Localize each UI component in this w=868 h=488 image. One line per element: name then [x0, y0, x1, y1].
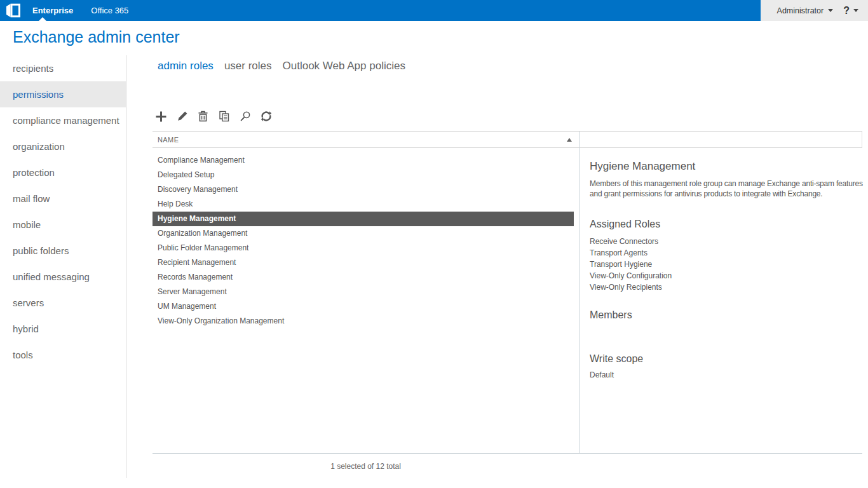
- assigned-roles-list: Receive Connectors Transport Agents Tran…: [590, 236, 862, 293]
- sidebar-item-public-folders[interactable]: public folders: [0, 238, 126, 264]
- office-logo-icon: [6, 2, 21, 19]
- table-row[interactable]: UM Management: [153, 299, 574, 314]
- roles-list-panel: NAME Compliance Management Delegated Set…: [153, 131, 862, 454]
- sidebar-item-servers[interactable]: servers: [0, 290, 126, 316]
- delete-icon: [198, 111, 208, 122]
- brand-tab-enterprise[interactable]: Enterprise: [32, 6, 73, 15]
- add-button[interactable]: [153, 109, 169, 124]
- table-row[interactable]: Public Folder Management: [153, 241, 574, 255]
- list-item: Transport Agents: [590, 247, 862, 259]
- search-button[interactable]: [237, 109, 253, 124]
- sidebar-item-tools[interactable]: tools: [0, 342, 126, 368]
- list-item: Transport Hygiene: [590, 259, 862, 270]
- details-title: Hygiene Management: [590, 160, 862, 173]
- list-item: View-Only Configuration: [590, 270, 862, 281]
- chevron-down-icon: [853, 9, 858, 12]
- sidebar-item-recipients[interactable]: recipients: [0, 55, 126, 81]
- members-section: Members: [590, 309, 862, 321]
- table-row[interactable]: View-Only Organization Management: [153, 314, 574, 329]
- table-row[interactable]: Help Desk: [153, 197, 574, 212]
- table-row[interactable]: Delegated Setup: [153, 168, 574, 182]
- column-header-label: NAME: [158, 136, 179, 144]
- table-row[interactable]: Recipient Management: [153, 255, 574, 270]
- sidebar: recipients permissions compliance manage…: [0, 55, 126, 478]
- help-icon: ?: [843, 5, 850, 17]
- column-header-name[interactable]: NAME: [153, 132, 862, 148]
- list-item: View-Only Recipients: [590, 281, 862, 293]
- table-row[interactable]: Organization Management: [153, 226, 574, 241]
- brand-tabs: Enterprise Office 365: [32, 6, 128, 15]
- sidebar-item-organization[interactable]: organization: [0, 133, 126, 159]
- assigned-roles-heading: Assigned Roles: [590, 219, 862, 230]
- tab-outlook-web-app-policies[interactable]: Outlook Web App policies: [283, 60, 405, 72]
- table-row[interactable]: Discovery Management: [153, 182, 574, 197]
- content-tabs: admin roles user roles Outlook Web App p…: [158, 60, 405, 72]
- search-icon: [240, 111, 251, 122]
- details-pane: Hygiene Management Members of this manag…: [580, 149, 862, 453]
- sort-ascending-icon: [567, 138, 572, 142]
- table-row-selected[interactable]: Hygiene Management: [153, 212, 574, 226]
- toolbar: [153, 109, 274, 124]
- user-menu-label: Administrator: [777, 6, 824, 15]
- assigned-roles-section: Assigned Roles Receive Connectors Transp…: [590, 219, 862, 293]
- edit-icon: [177, 111, 188, 122]
- sidebar-item-hybrid[interactable]: hybrid: [0, 316, 126, 342]
- refresh-button[interactable]: [258, 109, 274, 124]
- page-title: Exchange admin center: [13, 28, 180, 46]
- tab-user-roles[interactable]: user roles: [224, 60, 272, 72]
- delete-button[interactable]: [195, 109, 211, 124]
- table-row[interactable]: Records Management: [153, 270, 574, 285]
- chevron-down-icon: [828, 9, 833, 12]
- sidebar-item-mail-flow[interactable]: mail flow: [0, 186, 126, 212]
- top-bar-right: Administrator ?: [761, 0, 868, 21]
- copy-button[interactable]: [216, 109, 232, 124]
- list-item: Receive Connectors: [590, 236, 862, 247]
- sidebar-item-mobile[interactable]: mobile: [0, 212, 126, 238]
- sidebar-item-protection[interactable]: protection: [0, 159, 126, 186]
- help-menu[interactable]: ?: [843, 5, 858, 17]
- sidebar-item-unified-messaging[interactable]: unified messaging: [0, 264, 126, 290]
- table-row[interactable]: Server Management: [153, 285, 574, 299]
- sidebar-item-permissions[interactable]: permissions: [0, 81, 126, 107]
- brand-tab-office-365[interactable]: Office 365: [91, 6, 128, 15]
- table-row[interactable]: Compliance Management: [153, 153, 574, 168]
- write-scope-heading: Write scope: [590, 353, 862, 365]
- roles-list: Compliance Management Delegated Setup Di…: [153, 153, 579, 329]
- active-brand-tab-notch: [39, 17, 46, 21]
- refresh-icon: [261, 111, 272, 122]
- write-scope-section: Write scope Default: [590, 353, 862, 379]
- top-bar: Enterprise Office 365: [0, 0, 761, 21]
- add-icon: [155, 111, 167, 123]
- sidebar-item-compliance-management[interactable]: compliance management: [0, 107, 126, 133]
- copy-icon: [219, 111, 230, 122]
- details-description: Members of this management role group ca…: [590, 179, 867, 199]
- edit-button[interactable]: [174, 109, 190, 124]
- user-menu[interactable]: Administrator: [777, 6, 834, 15]
- members-heading: Members: [590, 309, 862, 321]
- status-text: 1 selected of 12 total: [153, 462, 579, 471]
- tab-admin-roles[interactable]: admin roles: [158, 60, 214, 72]
- office-logo[interactable]: [6, 2, 22, 20]
- write-scope-value: Default: [590, 370, 862, 379]
